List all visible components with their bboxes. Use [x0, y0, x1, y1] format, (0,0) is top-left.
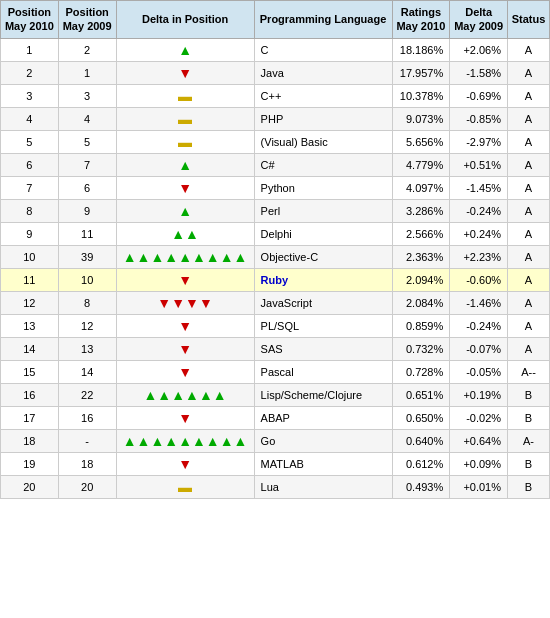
cell-status: A: [508, 245, 550, 268]
cell-lang: Delphi: [254, 222, 392, 245]
cell-pos2009: 9: [58, 199, 116, 222]
cell-pos2010: 20: [1, 475, 59, 498]
cell-pos2010: 5: [1, 130, 59, 153]
cell-ratings: 18.186%: [392, 38, 450, 61]
cell-pos2010: 2: [1, 61, 59, 84]
cell-delta: ▲: [116, 199, 254, 222]
cell-status: A: [508, 314, 550, 337]
cell-status: A: [508, 291, 550, 314]
cell-delta-rating: +0.51%: [450, 153, 508, 176]
cell-lang: C#: [254, 153, 392, 176]
cell-pos2009: 2: [58, 38, 116, 61]
cell-delta-rating: +0.64%: [450, 429, 508, 452]
cell-ratings: 0.493%: [392, 475, 450, 498]
cell-pos2010: 1: [1, 38, 59, 61]
cell-delta-rating: -1.58%: [450, 61, 508, 84]
cell-lang: PHP: [254, 107, 392, 130]
cell-status: B: [508, 452, 550, 475]
cell-ratings: 2.084%: [392, 291, 450, 314]
cell-delta-rating: -1.45%: [450, 176, 508, 199]
cell-delta-rating: -0.24%: [450, 199, 508, 222]
cell-delta: ▲▲: [116, 222, 254, 245]
table-row: 3 3 ▬ C++ 10.378% -0.69% A: [1, 84, 550, 107]
table-row: 20 20 ▬ Lua 0.493% +0.01% B: [1, 475, 550, 498]
cell-pos2010: 18: [1, 429, 59, 452]
table-row: 16 22 ▲▲▲▲▲▲ Lisp/Scheme/Clojure 0.651% …: [1, 383, 550, 406]
cell-lang: Lisp/Scheme/Clojure: [254, 383, 392, 406]
cell-pos2009: 1: [58, 61, 116, 84]
cell-pos2010: 17: [1, 406, 59, 429]
cell-delta-rating: -0.02%: [450, 406, 508, 429]
cell-pos2009: 22: [58, 383, 116, 406]
cell-lang: Python: [254, 176, 392, 199]
cell-delta-rating: +0.19%: [450, 383, 508, 406]
cell-lang: Lua: [254, 475, 392, 498]
cell-pos2009: 20: [58, 475, 116, 498]
cell-pos2009: 18: [58, 452, 116, 475]
cell-status: A: [508, 199, 550, 222]
cell-ratings: 5.656%: [392, 130, 450, 153]
cell-pos2009: -: [58, 429, 116, 452]
cell-status: A: [508, 268, 550, 291]
cell-ratings: 0.640%: [392, 429, 450, 452]
cell-pos2009: 6: [58, 176, 116, 199]
cell-delta: ▬: [116, 84, 254, 107]
cell-delta: ▼: [116, 406, 254, 429]
table-row: 1 2 ▲ C 18.186% +2.06% A: [1, 38, 550, 61]
cell-ratings: 10.378%: [392, 84, 450, 107]
cell-ratings: 3.286%: [392, 199, 450, 222]
cell-pos2010: 12: [1, 291, 59, 314]
table-row: 18 - ▲▲▲▲▲▲▲▲▲ Go 0.640% +0.64% A-: [1, 429, 550, 452]
table-row: 4 4 ▬ PHP 9.073% -0.85% A: [1, 107, 550, 130]
cell-ratings: 2.094%: [392, 268, 450, 291]
cell-lang: (Visual) Basic: [254, 130, 392, 153]
cell-pos2010: 8: [1, 199, 59, 222]
cell-pos2009: 16: [58, 406, 116, 429]
cell-delta: ▬: [116, 130, 254, 153]
table-row: 2 1 ▼ Java 17.957% -1.58% A: [1, 61, 550, 84]
cell-pos2010: 6: [1, 153, 59, 176]
table-row: 11 10 ▼ Ruby 2.094% -0.60% A: [1, 268, 550, 291]
cell-lang: ABAP: [254, 406, 392, 429]
table-row: 15 14 ▼ Pascal 0.728% -0.05% A--: [1, 360, 550, 383]
table-row: 6 7 ▲ C# 4.779% +0.51% A: [1, 153, 550, 176]
cell-ratings: 0.732%: [392, 337, 450, 360]
cell-lang: Ruby: [254, 268, 392, 291]
cell-lang: Perl: [254, 199, 392, 222]
cell-pos2009: 5: [58, 130, 116, 153]
cell-delta-rating: -0.60%: [450, 268, 508, 291]
cell-delta: ▼: [116, 176, 254, 199]
header-lang: Programming Language: [254, 1, 392, 39]
cell-status: B: [508, 475, 550, 498]
cell-ratings: 0.651%: [392, 383, 450, 406]
table-row: 10 39 ▲▲▲▲▲▲▲▲▲ Objective-C 2.363% +2.23…: [1, 245, 550, 268]
cell-delta-rating: +2.23%: [450, 245, 508, 268]
cell-lang: Java: [254, 61, 392, 84]
cell-delta-rating: -0.85%: [450, 107, 508, 130]
cell-delta-rating: -0.07%: [450, 337, 508, 360]
cell-status: A: [508, 84, 550, 107]
cell-delta-rating: +0.01%: [450, 475, 508, 498]
table-row: 19 18 ▼ MATLAB 0.612% +0.09% B: [1, 452, 550, 475]
table-row: 8 9 ▲ Perl 3.286% -0.24% A: [1, 199, 550, 222]
cell-status: A: [508, 337, 550, 360]
cell-status: A: [508, 107, 550, 130]
cell-delta-rating: +0.09%: [450, 452, 508, 475]
cell-ratings: 0.859%: [392, 314, 450, 337]
cell-delta: ▼: [116, 360, 254, 383]
cell-pos2010: 16: [1, 383, 59, 406]
cell-pos2009: 14: [58, 360, 116, 383]
cell-delta-rating: -1.46%: [450, 291, 508, 314]
table-row: 9 11 ▲▲ Delphi 2.566% +0.24% A: [1, 222, 550, 245]
cell-delta: ▬: [116, 107, 254, 130]
cell-lang: C++: [254, 84, 392, 107]
cell-delta-rating: +0.24%: [450, 222, 508, 245]
header-delta: Delta in Position: [116, 1, 254, 39]
table-row: 7 6 ▼ Python 4.097% -1.45% A: [1, 176, 550, 199]
header-pos2010: PositionMay 2010: [1, 1, 59, 39]
cell-pos2010: 14: [1, 337, 59, 360]
cell-ratings: 2.363%: [392, 245, 450, 268]
cell-ratings: 0.728%: [392, 360, 450, 383]
table-row: 17 16 ▼ ABAP 0.650% -0.02% B: [1, 406, 550, 429]
cell-status: A: [508, 130, 550, 153]
